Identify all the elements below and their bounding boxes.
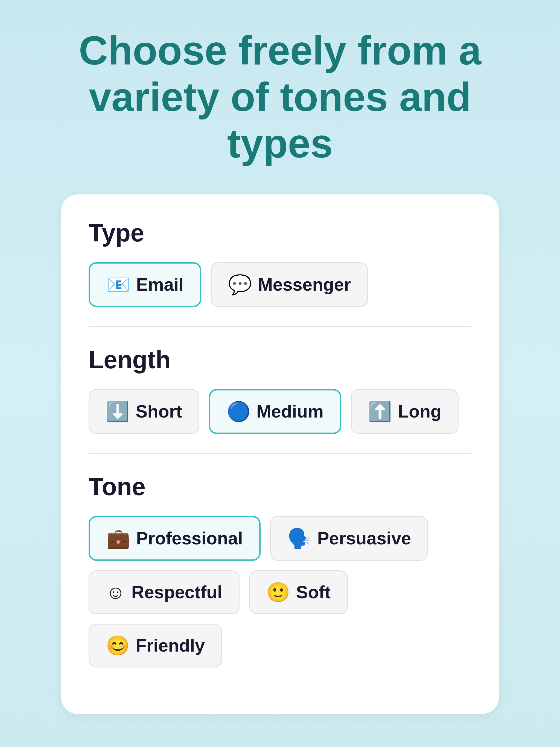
tone-persuasive-button[interactable]: 🗣️ Persuasive (270, 516, 428, 561)
page-headline: Choose freely from a variety of tones an… (34, 27, 526, 167)
tone-options-row1: 💼 Professional 🗣️ Persuasive (88, 516, 472, 561)
length-long-label: Long (398, 401, 441, 422)
professional-icon: 💼 (106, 527, 130, 549)
soft-icon: 🙂 (266, 581, 290, 603)
length-short-label: Short (136, 401, 182, 422)
tone-section-title: Tone (88, 473, 472, 501)
tone-persuasive-label: Persuasive (317, 528, 411, 548)
email-icon: 📧 (106, 274, 130, 296)
tone-soft-button[interactable]: 🙂 Soft (249, 570, 348, 614)
type-length-divider (88, 326, 472, 327)
type-section-title: Type (88, 219, 472, 247)
length-section-title: Length (88, 346, 472, 374)
type-options-row: 📧 Email 💬 Messenger (88, 262, 472, 307)
tone-friendly-label: Friendly (136, 635, 205, 656)
type-section: Type 📧 Email 💬 Messenger (88, 219, 472, 307)
tone-soft-label: Soft (296, 582, 331, 602)
length-section: Length ⬇️ Short 🔵 Medium ⬆️ Long (88, 346, 472, 434)
tone-respectful-label: Respectful (131, 582, 222, 602)
type-email-label: Email (136, 274, 183, 295)
tone-friendly-button[interactable]: 😊 Friendly (88, 624, 222, 667)
tone-options-row2: ☺️ Respectful 🙂 Soft 😊 Friendly (88, 570, 472, 667)
options-card: Type 📧 Email 💬 Messenger Length ⬇️ Short… (61, 195, 499, 714)
tone-professional-button[interactable]: 💼 Professional (88, 516, 261, 561)
length-short-button[interactable]: ⬇️ Short (88, 389, 199, 434)
length-long-button[interactable]: ⬆️ Long (351, 389, 459, 434)
tone-professional-label: Professional (136, 528, 243, 548)
type-messenger-label: Messenger (258, 274, 351, 295)
respectful-icon: ☺️ (106, 581, 125, 603)
length-options-row: ⬇️ Short 🔵 Medium ⬆️ Long (88, 389, 472, 434)
length-tone-divider (88, 453, 472, 454)
tone-section: Tone 💼 Professional 🗣️ Persuasive ☺️ Res… (88, 473, 472, 667)
tone-respectful-button[interactable]: ☺️ Respectful (88, 570, 239, 614)
messenger-icon: 💬 (228, 274, 252, 296)
friendly-icon: 😊 (106, 634, 130, 657)
short-icon: ⬇️ (106, 400, 130, 423)
long-icon: ⬆️ (368, 400, 392, 423)
length-medium-button[interactable]: 🔵 Medium (209, 389, 341, 434)
persuasive-icon: 🗣️ (287, 527, 311, 549)
medium-icon: 🔵 (227, 400, 251, 423)
type-email-button[interactable]: 📧 Email (88, 262, 201, 307)
length-medium-label: Medium (256, 401, 324, 422)
type-messenger-button[interactable]: 💬 Messenger (211, 262, 368, 307)
